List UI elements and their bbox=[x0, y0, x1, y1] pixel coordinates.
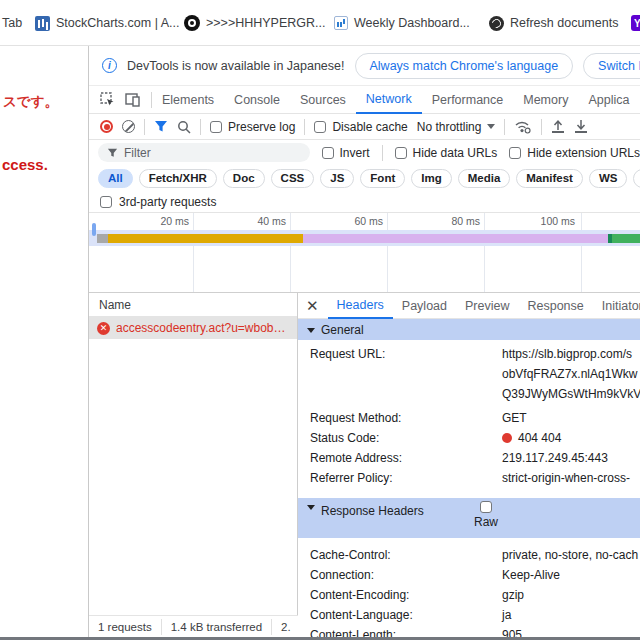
switch-devtools-language-button[interactable]: Switch DevTool bbox=[583, 53, 640, 79]
tick-100ms: 100 ms bbox=[519, 215, 575, 227]
value: 219.117.249.45:443 bbox=[502, 448, 608, 468]
filter-funnel-icon[interactable] bbox=[154, 120, 168, 133]
clear-network-log-icon[interactable] bbox=[122, 120, 135, 133]
tab-headers[interactable]: Headers bbox=[328, 293, 393, 319]
network-overview-timeline[interactable]: 20 ms 40 ms 60 ms 80 ms 100 ms bbox=[89, 213, 640, 293]
request-details-pane: ✕ Headers Payload Preview Response Initi… bbox=[298, 293, 640, 640]
response-headers-section-header[interactable]: Response Headers Raw bbox=[298, 498, 640, 538]
disable-cache-toggle[interactable]: Disable cache bbox=[314, 120, 407, 134]
tab-response[interactable]: Response bbox=[518, 293, 592, 318]
chip-wasm[interactable]: Wasm bbox=[633, 169, 640, 188]
export-har-icon[interactable] bbox=[574, 120, 588, 133]
general-section-body: Request URL: https://slb.bigprop.com/s o… bbox=[298, 340, 640, 491]
chip-css[interactable]: CSS bbox=[271, 169, 315, 188]
preserve-log-toggle[interactable]: Preserve log bbox=[210, 120, 295, 134]
key: Request Method: bbox=[298, 408, 502, 428]
always-match-language-button[interactable]: Always match Chrome's language bbox=[355, 53, 574, 79]
request-type-chips: All Fetch/XHR Doc CSS JS Font Img Media … bbox=[89, 165, 640, 191]
disclosure-triangle-icon bbox=[307, 505, 315, 510]
hide-extension-urls-label: Hide extension URLs bbox=[527, 146, 640, 160]
key: Content-Encoding: bbox=[298, 585, 502, 605]
tab-initiator[interactable]: Initiator bbox=[593, 293, 640, 318]
tab-payload[interactable]: Payload bbox=[393, 293, 456, 318]
gridline bbox=[290, 213, 291, 293]
url-line: Q39JWyMGsWtHm9kVkV bbox=[502, 384, 640, 404]
kv-status-code: Status Code: 404 404 bbox=[298, 428, 640, 448]
disable-cache-checkbox[interactable] bbox=[314, 121, 326, 133]
request-row-selected[interactable]: ✕ accesscodeentry.act?u=wbobVf... bbox=[89, 317, 297, 339]
bookmark-yahoo[interactable]: Y! bbox=[631, 0, 640, 46]
network-conditions-icon[interactable] bbox=[514, 120, 532, 134]
general-section-header[interactable]: General bbox=[298, 319, 640, 340]
chip-font[interactable]: Font bbox=[360, 169, 405, 188]
preserve-log-checkbox[interactable] bbox=[210, 121, 222, 133]
status-dot-icon bbox=[502, 433, 512, 443]
tab-performance[interactable]: Performance bbox=[422, 86, 514, 113]
chip-media[interactable]: Media bbox=[458, 169, 511, 188]
tab-memory[interactable]: Memory bbox=[513, 86, 578, 113]
chip-manifest[interactable]: Manifest bbox=[516, 169, 583, 188]
kv-connection: Connection: Keep-Alive bbox=[298, 565, 640, 585]
hide-data-urls-label: Hide data URLs bbox=[413, 146, 498, 160]
bookmark-stockcharts[interactable]: StockCharts.com | A... bbox=[35, 0, 179, 46]
close-icon[interactable]: ✕ bbox=[298, 297, 328, 315]
bookmark-hhhypergr[interactable]: >>>>HHHYPERGR... bbox=[184, 0, 326, 46]
chip-all[interactable]: All bbox=[98, 169, 133, 188]
network-status-bar: 1 requests 1.4 kB transferred 2. bbox=[89, 615, 298, 637]
tab-preview[interactable]: Preview bbox=[456, 293, 518, 318]
key: Content-Language: bbox=[298, 605, 502, 625]
invert-checkbox[interactable] bbox=[322, 147, 334, 159]
inspect-element-icon[interactable] bbox=[100, 92, 115, 107]
hide-data-urls-checkbox[interactable] bbox=[395, 147, 407, 159]
raw-toggle[interactable]: Raw bbox=[474, 501, 498, 529]
tick-40ms: 40 ms bbox=[230, 215, 286, 227]
bookmark-label: StockCharts.com | A... bbox=[56, 16, 179, 30]
bookmark-new-tab[interactable]: Tab bbox=[2, 0, 22, 46]
request-name: accesscodeentry.act?u=wbobVf... bbox=[116, 321, 291, 335]
screen: Tab StockCharts.com | A... >>>>HHHYPERGR… bbox=[0, 0, 640, 640]
hide-data-urls-toggle[interactable]: Hide data URLs bbox=[395, 146, 498, 160]
request-table-pane: Name ✕ accesscodeentry.act?u=wbobVf... 1… bbox=[89, 293, 298, 640]
bookmark-refresh-documents[interactable]: Refresh documents bbox=[489, 0, 618, 46]
general-title: General bbox=[321, 323, 364, 337]
tab-network[interactable]: Network bbox=[356, 86, 422, 114]
device-toolbar-icon[interactable] bbox=[125, 93, 141, 107]
tab-elements[interactable]: Elements bbox=[152, 86, 224, 113]
name-column-header[interactable]: Name bbox=[89, 293, 297, 317]
key: Request URL: bbox=[298, 344, 502, 404]
bookmark-label: >>>>HHHYPERGR... bbox=[206, 16, 326, 30]
chip-ws[interactable]: WS bbox=[589, 169, 628, 188]
bookmark-label: Refresh documents bbox=[510, 16, 618, 30]
chip-fetch-xhr[interactable]: Fetch/XHR bbox=[139, 169, 217, 188]
value: private, no-store, no-cach bbox=[502, 545, 638, 565]
kv-content-language: Content-Language: ja bbox=[298, 605, 640, 625]
tab-application[interactable]: Applica bbox=[578, 86, 639, 113]
tab-sources[interactable]: Sources bbox=[290, 86, 356, 113]
invert-toggle[interactable]: Invert bbox=[322, 146, 370, 160]
timeline-drag-handle[interactable] bbox=[92, 223, 96, 236]
gridline bbox=[193, 213, 194, 293]
tab-console[interactable]: Console bbox=[224, 86, 290, 113]
chip-img[interactable]: Img bbox=[411, 169, 451, 188]
kv-content-encoding: Content-Encoding: gzip bbox=[298, 585, 640, 605]
throttling-dropdown[interactable]: No throttling bbox=[417, 120, 496, 134]
chip-js[interactable]: JS bbox=[320, 169, 354, 188]
timeline-segment-violet bbox=[303, 234, 608, 243]
tick-60ms: 60 ms bbox=[327, 215, 383, 227]
filter-placeholder: Filter bbox=[124, 146, 151, 160]
page-japanese-text: スです。 bbox=[3, 93, 58, 111]
divider bbox=[504, 119, 505, 135]
chip-doc[interactable]: Doc bbox=[223, 169, 265, 188]
filter-input[interactable]: Filter bbox=[98, 143, 310, 162]
third-party-label: 3rd-party requests bbox=[119, 195, 216, 209]
divider bbox=[200, 119, 201, 135]
third-party-checkbox[interactable] bbox=[100, 196, 112, 208]
raw-checkbox[interactable] bbox=[480, 501, 492, 513]
record-network-log-icon[interactable] bbox=[100, 120, 113, 133]
hide-extension-urls-toggle[interactable]: Hide extension URLs bbox=[509, 146, 640, 160]
import-har-icon[interactable] bbox=[551, 120, 565, 133]
bookmark-weekly-dashboard[interactable]: Weekly Dashboard... bbox=[334, 0, 470, 46]
devtools-tab-bar: Elements Console Sources Network Perform… bbox=[89, 86, 640, 114]
search-icon[interactable] bbox=[177, 120, 191, 134]
hide-extension-urls-checkbox[interactable] bbox=[509, 147, 521, 159]
